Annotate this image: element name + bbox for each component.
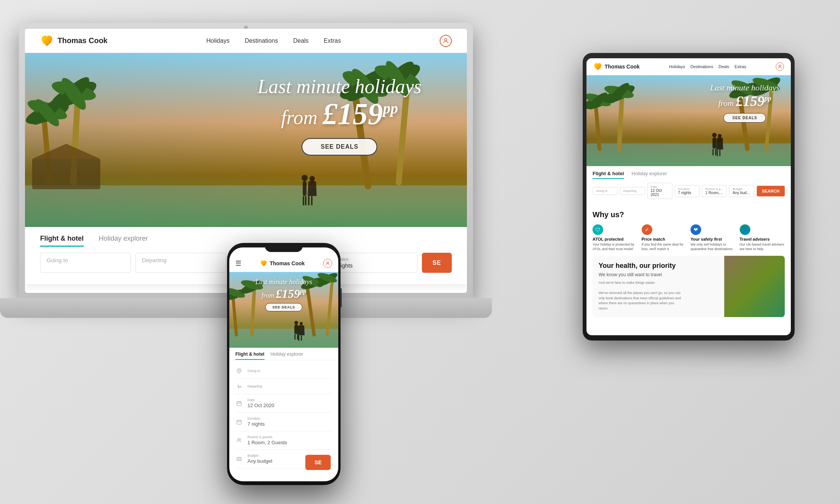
tablet-going-to-label: Going to bbox=[596, 189, 614, 193]
laptop-tab-flight-hotel[interactable]: Flight & hotel bbox=[40, 235, 84, 247]
tablet-header: Thomas Cook Holidays Destinations Deals … bbox=[586, 58, 791, 75]
svg-point-90 bbox=[238, 458, 240, 460]
phone-field-going-to[interactable]: Going to bbox=[235, 363, 332, 379]
tablet-why-item-atol: 🛡 ATOL protected Your holiday is protect… bbox=[593, 224, 638, 251]
tablet-nav-destinations[interactable]: Destinations bbox=[690, 64, 713, 69]
tablet-why-item-safety: ❤ Your safety first We only sell holiday… bbox=[691, 224, 736, 251]
price-match-title: Price match bbox=[642, 237, 687, 241]
phone-see-deals-button[interactable]: SEE DEALS bbox=[265, 303, 302, 311]
laptop-field-departing[interactable]: Departing bbox=[135, 253, 226, 273]
guests-icon bbox=[235, 437, 243, 444]
tablet-hero: Last minute holidays from £159pp SEE DEA… bbox=[586, 75, 791, 166]
tablet-date-value: 12 Oct 2021 bbox=[651, 188, 662, 197]
tablet-why-us-title: Why us? bbox=[593, 210, 785, 219]
tablet-search-fields: Going to Departing Date 12 Oct 2021 Dura… bbox=[593, 183, 785, 199]
departing-content: Departing bbox=[247, 384, 332, 388]
tablet-search-button[interactable]: SEARCH bbox=[757, 186, 785, 196]
tablet-nav: Holidays Destinations Deals Extras bbox=[669, 64, 746, 69]
laptop-nav: Holidays Destinations Deals Extras bbox=[206, 37, 341, 44]
svg-point-88 bbox=[240, 439, 241, 440]
tablet-field-departing[interactable]: Departing bbox=[620, 187, 645, 195]
hamburger-menu-icon[interactable]: ☰ bbox=[235, 259, 241, 268]
tablet-logo: Thomas Cook bbox=[593, 62, 640, 71]
laptop-hero-tagline-line1: Last minute holidays bbox=[258, 76, 422, 97]
phone-field-date[interactable]: Date 12 Oct 2020 bbox=[235, 394, 332, 413]
laptop-hero-price: £159pp bbox=[322, 97, 398, 131]
phone-screen: ☰ Thomas Cook bbox=[229, 247, 338, 481]
phone-hero-text: Last minute holidays from £159pp SEE DEA… bbox=[229, 278, 338, 311]
tablet-tab-holiday-explorer[interactable]: Holiday explorer bbox=[632, 171, 667, 179]
tablet-nav-holidays[interactable]: Holidays bbox=[669, 64, 685, 69]
tablet-health-image bbox=[724, 256, 785, 317]
budget-value: Any budget bbox=[247, 458, 272, 464]
tablet-field-budget[interactable]: Budget Any bud... bbox=[729, 185, 754, 197]
tablet-hero-price: £159pp bbox=[736, 93, 771, 109]
svg-rect-83 bbox=[237, 420, 241, 425]
phone-search-tabs: Flight & hotel Holiday explorer bbox=[229, 348, 338, 360]
duration-label: Duration bbox=[247, 417, 332, 420]
price-match-desc: If you find the same deal for less, we'l… bbox=[642, 243, 687, 251]
phone-tab-flight-hotel[interactable]: Flight & hotel bbox=[235, 352, 264, 360]
tablet-duration-label: Duration bbox=[678, 187, 696, 191]
tablet-nav-extras[interactable]: Extras bbox=[734, 64, 746, 69]
phone-tab-holiday-explorer[interactable]: Holiday explorer bbox=[271, 352, 303, 360]
tablet-tab-flight-hotel[interactable]: Flight & hotel bbox=[593, 171, 624, 179]
safety-first-icon: ❤ bbox=[691, 224, 701, 235]
phone-notch bbox=[265, 243, 303, 252]
phone-user-icon[interactable] bbox=[323, 259, 332, 268]
tablet-field-going-to[interactable]: Going to bbox=[593, 187, 618, 195]
tablet-screen: Thomas Cook Holidays Destinations Deals … bbox=[586, 58, 791, 335]
tablet-search-bar: Flight & hotel Holiday explorer Going to… bbox=[586, 166, 791, 204]
tablet-hero-from: from £159pp bbox=[710, 93, 779, 110]
tablet-nav-deals[interactable]: Deals bbox=[719, 64, 729, 69]
laptop-departing-placeholder: Departing bbox=[142, 257, 166, 263]
laptop-camera bbox=[244, 26, 248, 29]
laptop-field-going-to[interactable]: Going to bbox=[40, 253, 131, 273]
phone-brand-name: Thomas Cook bbox=[270, 260, 305, 266]
budget-icon bbox=[235, 455, 243, 463]
tablet-user-icon[interactable] bbox=[776, 62, 784, 71]
location-pin-icon bbox=[235, 367, 243, 375]
user-account-icon[interactable] bbox=[440, 35, 452, 47]
svg-point-32 bbox=[779, 65, 781, 67]
phone-field-duration[interactable]: Duration 7 nights bbox=[235, 413, 332, 431]
nav-holidays[interactable]: Holidays bbox=[206, 37, 229, 44]
tablet-field-duration[interactable]: Duration 7 nights bbox=[675, 185, 700, 197]
date-value: 12 Oct 2020 bbox=[247, 403, 274, 408]
phone-hero: Last minute holidays from £159pp SEE DEA… bbox=[229, 272, 338, 348]
tablet-field-date[interactable]: Date 12 Oct 2021 bbox=[647, 183, 672, 199]
date-content: Date 12 Oct 2020 bbox=[247, 398, 332, 409]
phone-logo-heart-icon bbox=[260, 260, 268, 267]
tablet-brand-name: Thomas Cook bbox=[605, 64, 640, 70]
advisers-desc: Our UK-based travel advisers are here to… bbox=[740, 243, 785, 251]
nav-deals[interactable]: Deals bbox=[293, 37, 309, 44]
price-match-icon: ✓ bbox=[642, 224, 652, 235]
laptop-hero-text: Last minute holidays from £159pp SEE DEA… bbox=[258, 76, 422, 156]
tablet-see-deals-button[interactable]: SEE DEALS bbox=[723, 113, 766, 123]
phone-field-departing[interactable]: Departing bbox=[235, 379, 332, 394]
tablet-why-us-grid: 🛡 ATOL protected Your holiday is protect… bbox=[593, 224, 785, 251]
tablet-rooms-value: 1 Room,... bbox=[705, 191, 723, 195]
tablet-health-section: Your health, our priority We know you st… bbox=[593, 256, 785, 317]
duration-calendar-icon bbox=[235, 418, 243, 426]
going-to-label: Going to bbox=[247, 369, 332, 373]
phone-search-button[interactable]: SE bbox=[305, 455, 331, 470]
rooms-content: Rooms & guests 1 Room, 2 Guests bbox=[247, 435, 332, 446]
tablet-hero-text: Last minute holidays from £159pp SEE DEA… bbox=[710, 83, 779, 123]
svg-rect-79 bbox=[237, 402, 241, 406]
phone-field-rooms[interactable]: Rooms & guests 1 Room, 2 Guests bbox=[235, 431, 332, 450]
tablet-budget-value: Any bud... bbox=[733, 191, 750, 195]
svg-point-0 bbox=[445, 39, 447, 41]
tablet-field-rooms[interactable]: Rooms & g... 1 Room,... bbox=[702, 185, 727, 197]
nav-extras[interactable]: Extras bbox=[324, 37, 341, 44]
phone-device: ☰ Thomas Cook bbox=[227, 243, 341, 485]
tablet-health-description: And we're here to make things easier.We'… bbox=[599, 280, 682, 311]
svg-point-87 bbox=[238, 438, 239, 440]
laptop-tab-holiday-explorer[interactable]: Holiday explorer bbox=[99, 235, 148, 247]
tablet-budget-label: Budget bbox=[733, 187, 751, 191]
svg-point-56 bbox=[327, 262, 329, 264]
nav-destinations[interactable]: Destinations bbox=[245, 37, 278, 44]
laptop-see-deals-button[interactable]: SEE DEALS bbox=[302, 138, 377, 156]
laptop-search-button[interactable]: SE bbox=[422, 253, 452, 273]
laptop-hero: Last minute holidays from £159pp SEE DEA… bbox=[25, 53, 467, 227]
